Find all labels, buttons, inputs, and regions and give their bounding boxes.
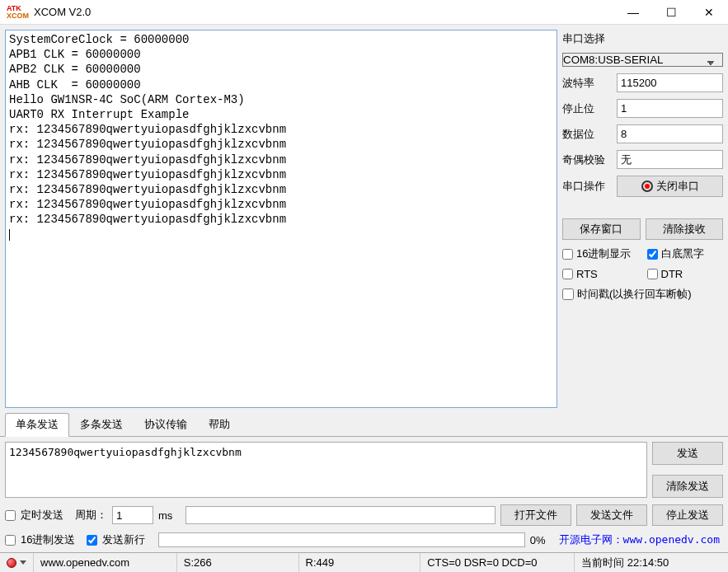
send-file-button[interactable]: 发送文件: [576, 504, 647, 526]
status-sent: S:266: [177, 553, 299, 572]
port-select-label: 串口选择: [562, 31, 723, 46]
status-time: 当前时间 22:14:50: [575, 553, 728, 572]
save-window-button[interactable]: 保存窗口: [562, 218, 641, 240]
tab-help[interactable]: 帮助: [198, 413, 241, 436]
timestamp-checkbox[interactable]: [562, 288, 574, 300]
window-title: XCOM V2.0: [34, 6, 91, 18]
stopbit-select[interactable]: 1: [617, 99, 723, 118]
close-button[interactable]: ✕: [690, 0, 728, 25]
status-received: R:449: [299, 553, 421, 572]
app-logo: ATKXCOM: [7, 5, 29, 18]
white-bg-checkbox[interactable]: [647, 249, 658, 260]
send-input[interactable]: [5, 442, 647, 498]
status-icon: [7, 558, 16, 568]
dropdown-icon[interactable]: [20, 560, 26, 565]
tab-protocol[interactable]: 协议传输: [134, 413, 198, 436]
hex-send-checkbox[interactable]: [5, 535, 16, 546]
website-link[interactable]: 开源电子网：www.openedv.com: [559, 532, 720, 547]
databit-select[interactable]: 8: [617, 124, 723, 143]
file-path-input[interactable]: [186, 506, 496, 524]
settings-sidebar: 串口选择 COM8:USB-SERIAL 波特率115200 停止位1 数据位8…: [562, 30, 723, 408]
minimize-button[interactable]: —: [614, 0, 652, 25]
port-op-label: 串口操作: [562, 179, 612, 194]
hex-display-checkbox[interactable]: [562, 249, 573, 260]
send-newline-checkbox[interactable]: [87, 535, 97, 546]
databit-label: 数据位: [562, 127, 612, 142]
statusbar: www.openedv.com S:266 R:449 CTS=0 DSR=0 …: [0, 552, 728, 572]
parity-label: 奇偶校验: [562, 152, 612, 167]
tab-single-send[interactable]: 单条发送: [5, 413, 69, 437]
maximize-button[interactable]: ☐: [652, 0, 690, 25]
send-button[interactable]: 发送: [652, 442, 723, 465]
rts-checkbox[interactable]: [562, 269, 573, 279]
stopbit-label: 停止位: [562, 101, 612, 116]
send-tabs: 单条发送 多条发送 协议传输 帮助: [0, 413, 728, 437]
tab-multi-send[interactable]: 多条发送: [69, 413, 134, 436]
period-input[interactable]: [112, 506, 153, 524]
titlebar: ATKXCOM XCOM V2.0 — ☐ ✕: [0, 0, 728, 25]
clear-receive-button[interactable]: 清除接收: [646, 218, 724, 240]
progress-bar: [158, 532, 524, 547]
status-signals: CTS=0 DSR=0 DCD=0: [420, 553, 575, 572]
record-icon: [641, 181, 653, 192]
close-port-button[interactable]: 关闭串口: [617, 176, 723, 197]
dtr-checkbox[interactable]: [647, 269, 658, 279]
receive-area[interactable]: SystemCoreClock = 60000000 APB1 CLK = 60…: [5, 30, 557, 408]
open-file-button[interactable]: 打开文件: [500, 504, 571, 526]
status-url[interactable]: www.openedv.com: [34, 553, 177, 572]
timed-send-checkbox[interactable]: [5, 510, 16, 521]
progress-percent: 0%: [530, 534, 546, 546]
stop-send-button[interactable]: 停止发送: [652, 504, 723, 526]
port-select[interactable]: COM8:USB-SERIAL: [562, 53, 723, 67]
parity-select[interactable]: 无: [617, 150, 723, 169]
baud-label: 波特率: [562, 76, 612, 91]
clear-send-button[interactable]: 清除发送: [652, 475, 723, 498]
baud-select[interactable]: 115200: [617, 73, 723, 92]
